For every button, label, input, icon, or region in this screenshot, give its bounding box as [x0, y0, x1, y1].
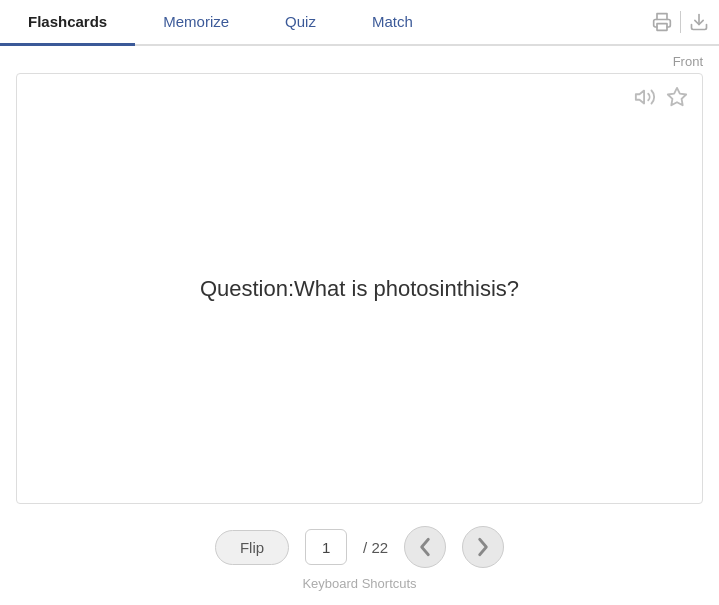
tab-bar: Flashcards Memorize Quiz Match	[0, 0, 719, 46]
page-input[interactable]	[305, 529, 347, 565]
tab-quiz[interactable]: Quiz	[257, 0, 344, 46]
card-side-label: Front	[16, 54, 703, 69]
svg-marker-2	[636, 91, 644, 104]
tab-match[interactable]: Match	[344, 0, 441, 46]
svg-marker-3	[668, 88, 686, 105]
toolbar-divider	[680, 11, 681, 33]
keyboard-shortcuts-link[interactable]: Keyboard Shortcuts	[16, 576, 703, 605]
download-button[interactable]	[689, 12, 709, 32]
main-content: Front Question:What is photosinthisis?	[0, 46, 719, 605]
prev-button[interactable]	[404, 526, 446, 568]
controls: Flip / 22	[16, 516, 703, 576]
tab-memorize[interactable]: Memorize	[135, 0, 257, 46]
flashcard[interactable]: Question:What is photosinthisis?	[16, 73, 703, 504]
sound-icon[interactable]	[634, 86, 656, 113]
tab-actions	[652, 0, 719, 44]
svg-rect-0	[657, 24, 667, 31]
star-icon[interactable]	[666, 86, 688, 113]
print-button[interactable]	[652, 12, 672, 32]
flashcard-question: Question:What is photosinthisis?	[180, 256, 539, 322]
tab-flashcards[interactable]: Flashcards	[0, 0, 135, 46]
next-button[interactable]	[462, 526, 504, 568]
flip-button[interactable]: Flip	[215, 530, 289, 565]
page-separator: / 22	[363, 539, 388, 556]
flashcard-icons	[634, 86, 688, 113]
